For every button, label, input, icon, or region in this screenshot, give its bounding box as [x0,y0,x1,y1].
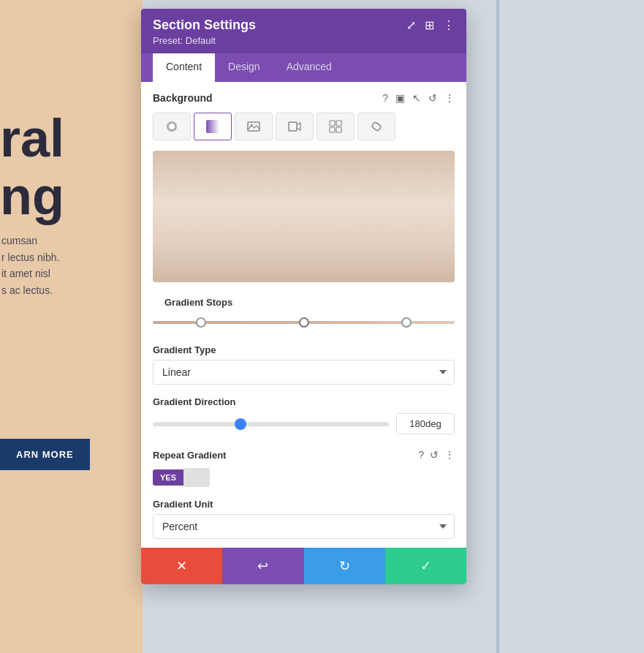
gradient-unit-select[interactable]: Percent Pixel [153,514,455,539]
tab-content[interactable]: Content [153,53,215,82]
bg-body-text: cumsanr lectus nibh.it amet nisls ac lec… [0,233,143,298]
repeat-toggle[interactable]: YES [153,468,455,487]
cursor-icon[interactable]: ↖ [412,92,421,104]
bg-text-line1: ral [0,110,143,167]
svg-rect-5 [289,122,297,131]
repeat-reset-icon[interactable]: ↺ [430,449,439,461]
undo-button[interactable]: ↩ [222,548,303,584]
repeat-gradient-row: Repeat Gradient ? ↺ ⋮ [141,443,466,468]
svg-rect-8 [330,127,335,132]
bg-type-gradient[interactable] [194,113,232,140]
direction-track [153,422,389,426]
bg-type-mask[interactable] [357,113,395,140]
vertical-divider [496,0,499,653]
direction-value[interactable]: 180deg [396,413,455,434]
bg-type-image[interactable] [235,113,273,140]
bg-type-video[interactable] [276,113,314,140]
left-background [0,0,143,653]
repeat-gradient-icons: ? ↺ ⋮ [418,449,455,461]
modal-header: Section Settings ⤢ ⊞ ⋮ Preset: Default [141,9,466,53]
gradient-stops-area: Gradient Stops [141,294,466,341]
section-settings-modal: Section Settings ⤢ ⊞ ⋮ Preset: Default C… [141,9,466,584]
stop-handle-2[interactable] [299,317,309,328]
background-label: Background [153,92,376,104]
svg-point-1 [169,124,175,129]
modal-tabs: Content Design Advanced [141,53,466,82]
bg-type-color[interactable] [153,113,191,140]
gradient-direction-row: Gradient Direction 180deg [141,393,466,443]
header-icons: ⤢ ⊞ ⋮ [406,18,455,32]
gradient-type-select[interactable]: Linear Radial Conic [153,360,455,385]
background-type-icons [141,110,466,148]
gradient-type-row: Gradient Type Linear Radial Conic [141,341,466,393]
repeat-gradient-label: Repeat Gradient [153,450,412,461]
modal-title: Section Settings [153,18,256,33]
gradient-stops-track[interactable] [153,315,455,330]
gradient-type-label: Gradient Type [153,344,455,355]
modal-content: Background ? ▣ ↖ ↺ ⋮ [141,82,466,548]
modal-footer: ✕ ↩ ↻ ✓ [141,548,466,584]
preset-label[interactable]: Preset: Default [153,35,455,46]
gradient-stops-label: Gradient Stops [153,294,455,315]
svg-rect-6 [330,121,335,126]
more-options-icon[interactable]: ⋮ [443,18,455,32]
stop-handle-3[interactable] [401,317,412,328]
save-button[interactable]: ✓ [385,548,466,584]
gradient-unit-label: Gradient Unit [153,499,455,510]
layout-icon[interactable]: ⊞ [425,18,434,32]
repeat-more-icon[interactable]: ⋮ [444,449,455,461]
gradient-preview [153,151,455,282]
more-icon[interactable]: ⋮ [444,92,455,104]
repeat-help-icon[interactable]: ? [418,449,424,461]
toggle-no-area[interactable] [183,468,210,487]
expand-icon[interactable]: ⤢ [406,18,416,32]
toggle-yes-label[interactable]: YES [153,469,183,486]
cancel-button[interactable]: ✕ [141,548,222,584]
bg-text-line2: ng [0,167,143,225]
svg-rect-2 [206,120,219,133]
tab-advanced[interactable]: Advanced [273,53,345,82]
direction-thumb[interactable] [235,418,246,430]
bg-type-pattern[interactable] [317,113,355,140]
gradient-direction-label: Gradient Direction [153,396,455,407]
svg-rect-9 [336,127,341,132]
gradient-unit-row: Gradient Unit Percent Pixel [141,496,466,548]
svg-rect-7 [336,121,341,126]
reset-icon[interactable]: ↺ [428,92,437,104]
background-icons: ? ▣ ↖ ↺ ⋮ [382,92,455,104]
stop-handle-1[interactable] [196,317,206,328]
help-icon[interactable]: ? [382,92,388,104]
redo-button[interactable]: ↻ [304,548,385,584]
tab-design[interactable]: Design [215,53,273,82]
background-row: Background ? ▣ ↖ ↺ ⋮ [141,82,466,110]
background-text: ral ng cumsanr lectus nibh.it amet nisls… [0,110,143,298]
device-icon[interactable]: ▣ [395,92,405,104]
learn-more-button[interactable]: ARN MORE [0,439,90,470]
svg-rect-3 [248,122,260,131]
direction-controls: 180deg [153,413,455,434]
direction-slider[interactable] [153,422,389,426]
